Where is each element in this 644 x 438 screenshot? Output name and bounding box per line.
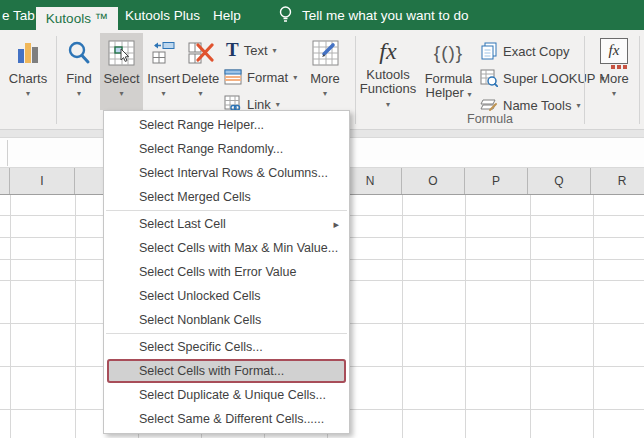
menu-item-label: Select Nonblank Cells xyxy=(139,313,261,327)
menu-item-select-merged-cells[interactable]: Select Merged Cells xyxy=(104,185,349,209)
select-label: Select xyxy=(103,72,139,86)
menu-separator xyxy=(106,210,347,211)
menu-item-label: Select Specific Cells... xyxy=(139,340,263,354)
insert-button[interactable]: Insert ▾ xyxy=(146,33,181,110)
find-button[interactable]: Find ▾ xyxy=(62,33,96,110)
more-formula-label: More xyxy=(599,72,629,86)
group-separator xyxy=(639,36,640,124)
charts-button[interactable]: Charts ▾ xyxy=(4,33,52,110)
column-header-r[interactable]: R xyxy=(591,168,644,194)
group-separator xyxy=(355,36,356,124)
menu-item-select-range-helper[interactable]: Select Range Helper... xyxy=(104,113,349,137)
copy-icon xyxy=(480,42,498,60)
more-formula-button[interactable]: fx More ▾ xyxy=(591,33,637,110)
submenu-arrow-icon: ▸ xyxy=(333,212,339,236)
chevron-down-icon: ▾ xyxy=(576,102,580,110)
tab-office-tab-partial[interactable]: e Tab xyxy=(2,0,35,30)
group-separator xyxy=(584,36,585,124)
group-separator xyxy=(56,36,57,124)
menu-item-label: Select Cells with Format... xyxy=(139,364,284,378)
braces-icon: {()} xyxy=(434,36,463,70)
more-editing-button[interactable]: More ▾ xyxy=(304,33,346,110)
column-header-i[interactable]: I xyxy=(10,168,75,194)
chevron-down-icon: ▾ xyxy=(77,90,81,98)
formula-helper-label: Formula Helper ▾ xyxy=(425,72,473,100)
kutools-functions-button[interactable]: fx Kutools Functions ▾ xyxy=(359,33,417,110)
super-lookup-button[interactable]: Super LOOKUP ▾ xyxy=(480,66,605,90)
name-box-divider xyxy=(7,140,8,166)
find-label: Find xyxy=(66,72,91,86)
tab-kutools-plus[interactable]: Kutools Plus xyxy=(125,0,200,30)
chevron-down-icon: ▾ xyxy=(612,90,616,98)
gridline-vertical xyxy=(10,195,11,438)
select-button[interactable]: Select ▾ xyxy=(100,33,143,110)
select-dropdown-menu: Select Range Helper...Select Range Rando… xyxy=(103,110,350,434)
menu-item-select-unlocked-cells[interactable]: Select Unlocked Cells xyxy=(104,284,349,308)
lightbulb-icon xyxy=(277,5,294,25)
menu-item-select-specific-cells[interactable]: Select Specific Cells... xyxy=(104,335,349,359)
tab-kutools[interactable]: Kutools ™ xyxy=(36,7,118,30)
excel-window: e Tab Kutools ™ Kutools Plus Help Tell m… xyxy=(0,0,644,438)
gridline-vertical xyxy=(402,195,403,438)
delete-button[interactable]: Delete ▾ xyxy=(182,33,219,110)
delete-label: Delete xyxy=(182,72,220,86)
formula-group-label: Formula xyxy=(424,112,556,126)
exact-copy-label: Exact Copy xyxy=(503,44,569,59)
text-label: Text xyxy=(244,43,268,58)
formula-helper-button[interactable]: {()} Formula Helper ▾ xyxy=(420,33,477,110)
chevron-down-icon: ▾ xyxy=(386,100,390,109)
menu-item-label: Select Merged Cells xyxy=(139,190,251,204)
red-dots-icon xyxy=(601,65,627,69)
fx-icon: fx xyxy=(379,36,396,66)
column-header-q[interactable]: Q xyxy=(528,168,591,194)
menu-item-select-cells-with-max-min-value[interactable]: Select Cells with Max & Min Value... xyxy=(104,236,349,260)
chevron-down-icon: ▾ xyxy=(273,47,277,55)
charts-icon xyxy=(15,36,41,70)
format-button[interactable]: Format ▾ xyxy=(224,65,297,89)
menu-item-label: Select Cells with Max & Min Value... xyxy=(139,241,338,255)
menu-item-label: Select Duplicate & Unique Cells... xyxy=(139,388,326,402)
column-header-partial[interactable] xyxy=(0,168,10,194)
chevron-down-icon: ▾ xyxy=(293,74,297,82)
tab-help[interactable]: Help xyxy=(213,0,241,30)
menu-item-label: Select Last Cell xyxy=(139,217,226,231)
fx-box-icon: fx xyxy=(600,36,628,70)
search-icon xyxy=(66,36,92,70)
format-label: Format xyxy=(247,70,288,85)
menu-item-select-range-randomly[interactable]: Select Range Randomly... xyxy=(104,137,349,161)
menu-item-label: Select Cells with Error Value xyxy=(139,265,296,279)
menu-item-select-last-cell[interactable]: Select Last Cell▸ xyxy=(104,212,349,236)
text-button[interactable]: T Text ▾ xyxy=(226,38,277,62)
tell-me-box[interactable]: Tell me what you want to do xyxy=(302,0,469,30)
format-icon xyxy=(224,68,242,86)
menu-item-select-cells-with-error-value[interactable]: Select Cells with Error Value xyxy=(104,260,349,284)
chevron-down-icon: ▾ xyxy=(323,90,327,98)
exact-copy-button[interactable]: Exact Copy xyxy=(480,39,569,63)
menu-item-select-duplicate-unique-cells[interactable]: Select Duplicate & Unique Cells... xyxy=(104,383,349,407)
menu-item-select-interval-rows-columns[interactable]: Select Interval Rows & Columns... xyxy=(104,161,349,185)
name-tools-label: Name Tools xyxy=(503,98,571,113)
lookup-icon xyxy=(480,69,498,87)
column-header-p[interactable]: P xyxy=(465,168,528,194)
menu-item-select-nonblank-cells[interactable]: Select Nonblank Cells xyxy=(104,308,349,332)
column-header-o[interactable]: O xyxy=(402,168,465,194)
menu-item-label: Select Same & Different Cells...... xyxy=(139,412,324,426)
chevron-down-icon: ▾ xyxy=(119,90,123,98)
menu-item-select-cells-with-format[interactable]: Select Cells with Format... xyxy=(107,359,346,383)
menu-item-select-same-different-cells[interactable]: Select Same & Different Cells...... xyxy=(104,407,349,431)
menu-item-label: Select Unlocked Cells xyxy=(139,289,261,303)
gridline-vertical xyxy=(465,195,466,438)
gridline-vertical xyxy=(593,195,594,438)
gridline-vertical xyxy=(75,195,76,438)
insert-label: Insert xyxy=(147,72,180,86)
kutools-functions-label: Kutools Functions ▾ xyxy=(359,68,417,110)
chevron-down-icon: ▾ xyxy=(26,90,30,98)
chevron-down-icon: ▾ xyxy=(198,90,202,98)
delete-cells-icon xyxy=(187,36,214,70)
menu-item-label: Select Range Helper... xyxy=(139,118,264,132)
chevron-down-icon: ▾ xyxy=(161,90,165,98)
chevron-down-icon: ▾ xyxy=(276,101,280,109)
charts-label: Charts xyxy=(9,72,47,86)
more-editing-label: More xyxy=(310,72,340,86)
menu-item-label: Select Range Randomly... xyxy=(139,142,283,156)
